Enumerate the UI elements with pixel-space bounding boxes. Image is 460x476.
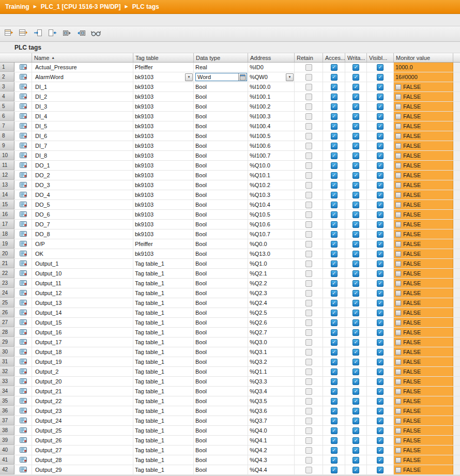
- visible-checkbox[interactable]: ✓: [377, 221, 384, 228]
- visible-checkbox[interactable]: ✓: [377, 359, 384, 365]
- visible-checkbox[interactable]: ✓: [377, 182, 384, 189]
- visible-checkbox[interactable]: ✓: [377, 319, 384, 326]
- visible-checkbox[interactable]: ✓: [377, 437, 384, 444]
- tag-table-cell[interactable]: bk9103: [133, 102, 194, 111]
- row-number[interactable]: 14: [0, 190, 14, 199]
- data-type-cell[interactable]: Bool: [194, 416, 248, 425]
- tag-name-cell[interactable]: Output_12: [32, 288, 133, 298]
- retain-checkbox[interactable]: [305, 329, 312, 336]
- retain-checkbox[interactable]: [305, 202, 312, 208]
- address-cell[interactable]: %Q10.7: [248, 229, 295, 239]
- snapshot-button[interactable]: [60, 28, 73, 40]
- writable-checkbox[interactable]: ✓: [352, 398, 359, 405]
- visible-checkbox[interactable]: ✓: [377, 329, 384, 336]
- visible-checkbox[interactable]: ✓: [377, 64, 384, 71]
- table-row[interactable]: 2AlarmWordbk9103▼Word%QW0▼✓✓✓16#0000: [0, 72, 460, 82]
- retain-checkbox[interactable]: [305, 172, 312, 179]
- row-number[interactable]: 11: [0, 161, 14, 170]
- table-row[interactable]: 16DO_6bk9103Bool%Q10.5✓✓✓FALSE: [0, 210, 460, 220]
- tag-name-cell[interactable]: Output_26: [32, 436, 133, 445]
- retain-checkbox[interactable]: [305, 437, 312, 444]
- retain-checkbox[interactable]: [305, 123, 312, 130]
- retain-checkbox[interactable]: [305, 349, 312, 356]
- row-number[interactable]: 16: [0, 210, 14, 219]
- header-accessible[interactable]: Acces...: [323, 53, 345, 62]
- accessible-checkbox[interactable]: ✓: [331, 290, 338, 297]
- header-data-type[interactable]: Data type: [194, 53, 248, 62]
- retain-checkbox[interactable]: [305, 319, 312, 326]
- data-type-cell[interactable]: Real: [194, 63, 248, 72]
- address-cell[interactable]: %ID0: [248, 63, 295, 72]
- retain-checkbox[interactable]: [305, 310, 312, 316]
- row-number[interactable]: 10: [0, 151, 14, 160]
- address-cell[interactable]: %I100.4: [248, 121, 295, 131]
- address-cell[interactable]: %Q3.5: [248, 396, 295, 406]
- visible-checkbox[interactable]: ✓: [377, 211, 384, 218]
- tag-table-cell[interactable]: Tag table_1: [133, 387, 194, 396]
- row-number[interactable]: 22: [0, 269, 14, 278]
- table-row[interactable]: 5DI_3bk9103Bool%I100.2✓✓✓FALSE: [0, 102, 460, 112]
- accessible-checkbox[interactable]: ✓: [331, 260, 338, 267]
- writable-checkbox[interactable]: ✓: [352, 359, 359, 365]
- writable-checkbox[interactable]: ✓: [352, 457, 359, 464]
- tag-name-cell[interactable]: DO_4: [32, 190, 133, 199]
- table-row[interactable]: 35Output_22Tag table_1Bool%Q3.5✓✓✓FALSE: [0, 396, 460, 406]
- tag-table-cell[interactable]: bk9103: [133, 92, 194, 101]
- row-number[interactable]: 6: [0, 112, 14, 121]
- accessible-checkbox[interactable]: ✓: [331, 427, 338, 434]
- row-number[interactable]: 7: [0, 121, 14, 131]
- table-row[interactable]: 9DI_7bk9103Bool%I100.6✓✓✓FALSE: [0, 141, 460, 151]
- address-cell[interactable]: %Q2.5: [248, 308, 295, 317]
- tag-table-cell[interactable]: bk9103: [133, 171, 194, 180]
- accessible-checkbox[interactable]: ✓: [331, 408, 338, 414]
- data-type-cell[interactable]: Bool: [194, 151, 248, 160]
- writable-checkbox[interactable]: ✓: [352, 378, 359, 385]
- address-cell[interactable]: %I100.6: [248, 141, 295, 150]
- writable-checkbox[interactable]: ✓: [352, 113, 359, 120]
- tag-table-cell[interactable]: Tag table_1: [133, 436, 194, 445]
- address-cell[interactable]: %Q2.1: [248, 269, 295, 278]
- accessible-checkbox[interactable]: ✓: [331, 162, 338, 169]
- tag-name-cell[interactable]: DI_4: [32, 112, 133, 121]
- tag-table-cell[interactable]: Tag table_1: [133, 357, 194, 366]
- writable-checkbox[interactable]: ✓: [352, 74, 359, 81]
- retain-checkbox[interactable]: [305, 447, 312, 454]
- tag-table-cell[interactable]: bk9103: [133, 161, 194, 170]
- address-cell[interactable]: %I100.2: [248, 102, 295, 111]
- accessible-checkbox[interactable]: ✓: [331, 182, 338, 189]
- row-number[interactable]: 40: [0, 446, 14, 455]
- retain-checkbox[interactable]: [305, 94, 312, 100]
- table-row[interactable]: 4DI_2bk9103Bool%I100.1✓✓✓FALSE: [0, 92, 460, 102]
- table-row[interactable]: 26Output_14Tag table_1Bool%Q2.5✓✓✓FALSE: [0, 308, 460, 318]
- address-cell[interactable]: %Q4.2: [248, 446, 295, 455]
- row-number[interactable]: 34: [0, 387, 14, 396]
- visible-checkbox[interactable]: ✓: [377, 231, 384, 238]
- address-cell[interactable]: %Q4.0: [248, 426, 295, 435]
- writable-checkbox[interactable]: ✓: [352, 152, 359, 159]
- address-cell[interactable]: %Q10.1: [248, 171, 295, 180]
- table-row[interactable]: 32Output_2Tag table_1Bool%Q1.1✓✓✓FALSE: [0, 367, 460, 377]
- visible-checkbox[interactable]: ✓: [377, 427, 384, 434]
- data-type-cell[interactable]: Bool: [194, 318, 248, 327]
- address-cell[interactable]: %Q2.2: [248, 279, 295, 288]
- address-cell[interactable]: %Q0.0: [248, 239, 295, 249]
- accessible-checkbox[interactable]: ✓: [331, 64, 338, 71]
- visible-checkbox[interactable]: ✓: [377, 447, 384, 454]
- accessible-checkbox[interactable]: ✓: [331, 437, 338, 444]
- breadcrumb-item-plc[interactable]: PLC_1 [CPU 1516-3 PN/DP]: [41, 3, 121, 10]
- address-cell[interactable]: %I100.7: [248, 151, 295, 160]
- tag-name-cell[interactable]: DO_5: [32, 200, 133, 209]
- address-dropdown-button[interactable]: ▼: [286, 73, 294, 81]
- table-row[interactable]: 34Output_21Tag table_1Bool%Q3.4✓✓✓FALSE: [0, 387, 460, 396]
- accessible-checkbox[interactable]: ✓: [331, 300, 338, 306]
- retain-checkbox[interactable]: [305, 339, 312, 346]
- data-type-cell[interactable]: Bool: [194, 82, 248, 91]
- table-row[interactable]: 8DI_6bk9103Bool%I100.5✓✓✓FALSE: [0, 131, 460, 141]
- accessible-checkbox[interactable]: ✓: [331, 221, 338, 228]
- tag-table-cell[interactable]: Tag table_1: [133, 328, 194, 337]
- data-type-cell[interactable]: Bool: [194, 446, 248, 455]
- address-cell[interactable]: %Q3.6: [248, 406, 295, 416]
- retain-checkbox[interactable]: [305, 211, 312, 218]
- tag-name-cell[interactable]: Output_28: [32, 455, 133, 465]
- writable-checkbox[interactable]: ✓: [352, 408, 359, 414]
